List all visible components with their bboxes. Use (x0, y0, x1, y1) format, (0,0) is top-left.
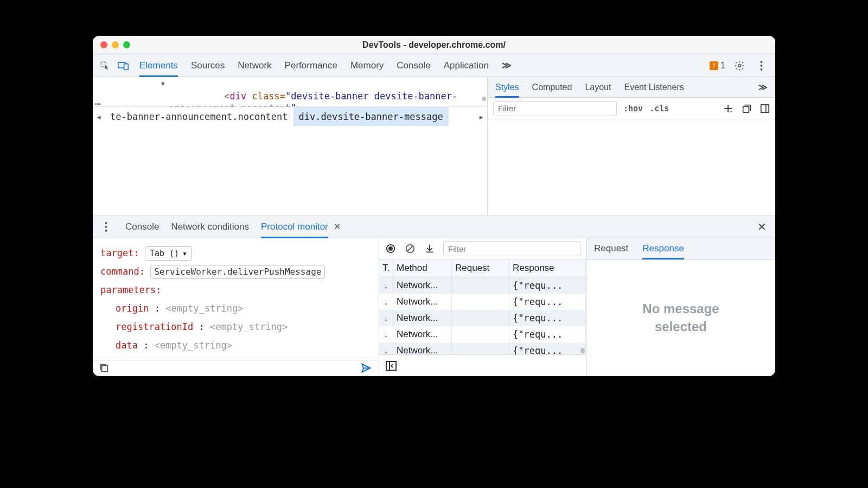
direction-icon: ↓ (379, 326, 393, 343)
device-toolbar-icon[interactable] (116, 58, 131, 73)
record-icon[interactable] (385, 243, 397, 255)
inspect-icon[interactable] (97, 58, 112, 73)
tab-performance[interactable]: Performance (285, 54, 337, 77)
col-response[interactable]: Response (509, 260, 586, 277)
svg-point-5 (760, 65, 762, 67)
cell-response: {"requ... (509, 277, 586, 294)
target-select[interactable]: Tab ()▾ (145, 246, 192, 261)
table-row[interactable]: ↓Network...{"requ... (379, 277, 586, 294)
protocol-filter-input[interactable]: Filter (443, 241, 580, 256)
close-tab-icon[interactable]: ✕ (334, 221, 341, 232)
breadcrumb: ◂ te-banner-announcement.nocontent div.d… (93, 106, 487, 126)
protocol-table: T. Method Request Response ↓Network...{"… (379, 260, 586, 355)
cell-method: Network... (393, 277, 452, 294)
new-rule-icon[interactable] (723, 104, 733, 113)
tab-elements[interactable]: Elements (139, 54, 178, 77)
param-value[interactable]: <empty_string> (165, 303, 243, 314)
cell-request (452, 294, 509, 310)
command-input[interactable]: ServiceWorker.deliverPushMessage (150, 265, 325, 279)
chevron-down-icon: ▾ (182, 244, 187, 263)
main-toolbar: Elements Sources Network Performance Mem… (93, 54, 775, 77)
col-method[interactable]: Method (393, 260, 452, 277)
tab-sources[interactable]: Sources (191, 54, 225, 77)
scroll-right-icon[interactable]: ▸ (475, 111, 487, 122)
tab-layout[interactable]: Layout (585, 77, 611, 98)
drawer-body: target: Tab ()▾ command: ServiceWorker.d… (93, 238, 775, 377)
main-tabs: Elements Sources Network Performance Mem… (134, 54, 706, 77)
tab-console[interactable]: Console (397, 54, 430, 77)
cell-request (452, 310, 509, 326)
table-row[interactable]: ↓Network...{"requ... (379, 326, 586, 343)
svg-point-14 (388, 246, 393, 251)
scrollbar[interactable] (580, 278, 585, 354)
breadcrumb-item[interactable]: te-banner-announcement.nocontent (105, 107, 293, 126)
detail-tab-request[interactable]: Request (594, 238, 628, 259)
expand-icon[interactable]: ▼ (161, 78, 165, 90)
param-name: origin (116, 303, 149, 314)
send-icon[interactable] (360, 363, 372, 373)
issues-count: 1 (720, 61, 725, 71)
issues-badge[interactable]: ! 1 (710, 61, 725, 71)
dom-tree[interactable]: ▼ <div class="devsite-banner devsite-ban… (93, 77, 487, 106)
protocol-footer (93, 360, 379, 377)
tab-application[interactable]: Application (444, 54, 489, 77)
cell-method: Network... (393, 294, 452, 310)
protocol-log: Filter T. Method Request Response ↓Netwo… (379, 238, 586, 377)
tab-network[interactable]: Network (238, 54, 271, 77)
cls-button[interactable]: .cls (649, 104, 669, 113)
hov-button[interactable]: :hov (623, 104, 643, 113)
cell-request (452, 326, 509, 343)
copy-icon[interactable] (99, 363, 109, 373)
breadcrumb-item-selected[interactable]: div.devsite-banner-message (293, 107, 449, 126)
svg-point-10 (105, 226, 107, 228)
table-row[interactable]: ↓Network...{"requ... (379, 294, 586, 310)
cell-response: {"requ... (509, 310, 586, 326)
table-header: T. Method Request Response (379, 260, 586, 277)
tab-styles[interactable]: Styles (495, 77, 519, 98)
svg-rect-7 (743, 106, 749, 112)
gear-icon[interactable] (732, 58, 747, 73)
panel-layout-icon[interactable] (760, 104, 770, 113)
direction-icon: ↓ (379, 277, 393, 294)
drawer-tab-network-conditions[interactable]: Network conditions (171, 216, 249, 238)
copy-styles-icon[interactable] (742, 104, 751, 113)
protocol-detail: Request Response No message selected (586, 238, 775, 377)
more-tabs-icon[interactable]: ≫ (758, 77, 768, 98)
col-request[interactable]: Request (452, 260, 509, 277)
kebab-icon[interactable] (754, 58, 769, 73)
cell-method: Network... (393, 343, 452, 355)
more-tabs-icon[interactable]: ≫ (502, 54, 512, 77)
styles-filter-input[interactable]: Filter (493, 101, 617, 116)
table-row[interactable]: ↓Network...{"requ... (379, 343, 586, 355)
table-row[interactable]: ↓Network...{"requ... (379, 310, 586, 326)
detail-tabs: Request Response (586, 238, 775, 260)
svg-rect-12 (102, 366, 108, 372)
param-value[interactable]: <empty_string> (155, 340, 232, 351)
dom-attr: "devsite-banner devsite-banner-announcem… (169, 91, 457, 106)
col-type[interactable]: T. (379, 260, 393, 277)
devtools-window: DevTools - developer.chrome.com/ Element… (93, 36, 775, 376)
empty-state: No message selected (586, 260, 775, 377)
detail-tab-response[interactable]: Response (642, 238, 684, 259)
tab-event-listeners[interactable]: Event Listeners (624, 77, 684, 98)
protocol-command-editor: target: Tab ()▾ command: ServiceWorker.d… (93, 238, 379, 377)
clear-icon[interactable] (404, 243, 416, 255)
drawer-tabs: Console Network conditions Protocol moni… (93, 216, 775, 238)
scroll-left-icon[interactable]: ◂ (93, 111, 105, 122)
drawer-tab-protocol-monitor[interactable]: Protocol monitor (261, 216, 328, 238)
titlebar: DevTools - developer.chrome.com/ (93, 36, 775, 54)
kebab-icon[interactable] (98, 219, 113, 235)
tab-memory[interactable]: Memory (350, 54, 384, 77)
param-value[interactable]: <empty_string> (210, 321, 288, 332)
download-icon[interactable] (424, 243, 436, 255)
toggle-sidebar-icon[interactable] (386, 361, 397, 371)
command-label: command: (100, 266, 145, 277)
cell-response: {"requ... (509, 326, 586, 343)
svg-point-6 (760, 68, 762, 71)
tab-computed[interactable]: Computed (532, 77, 572, 98)
protocol-toolbar: Filter (379, 238, 586, 260)
close-drawer-icon[interactable]: ✕ (757, 220, 770, 233)
scrollbar-thumb[interactable] (482, 97, 486, 101)
drawer-tab-console[interactable]: Console (125, 216, 159, 238)
cell-request (452, 343, 509, 355)
